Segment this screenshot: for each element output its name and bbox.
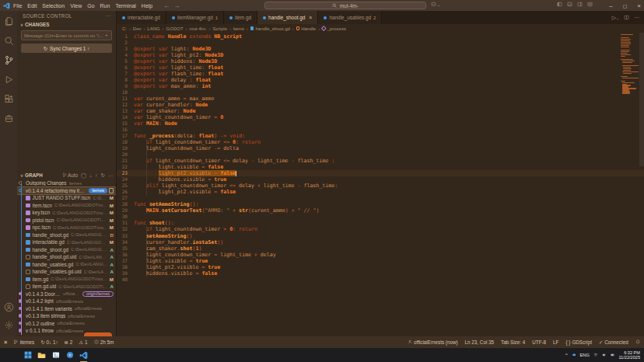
code-line-12[interactable]: 12var cursor_handler: Node [117,102,644,108]
command-search-box[interactable]: mut-4m- [264,2,426,9]
breadcrumb[interactable]: C:›Dev›LANG›GODOT›mut-4m-›Scripts›items›… [117,24,644,33]
code-line-29[interactable]: 29 MAIN.setCursorText("AMMO: " + str(cur… [117,207,644,214]
run-debug-icon[interactable] [4,75,14,85]
menu-go[interactable]: Go [87,3,94,9]
commit-row[interactable]: v0.1.4.2 lightofficialErnests [17,298,116,305]
split-editor-icon[interactable] [624,15,629,20]
status-item[interactable]: UTF-8 [532,339,546,345]
code-line-26[interactable]: 26 light_pt2.visible = false [117,189,644,195]
menu-run[interactable]: Run [100,3,110,9]
tab-item.gd[interactable]: item.gd [224,11,257,24]
breadcrumb-item[interactable]: Handle [296,26,317,31]
changed-file-row[interactable]: npc.tscnC:\Dev\LANG\GODOT\mut-4m-M [17,224,116,231]
changed-file-row[interactable]: handle_shoot.gdC:\Dev\LANG\GODOTD [17,231,116,239]
breadcrumb-item[interactable]: handle_shoot.gd [250,26,290,31]
extensions-icon[interactable] [4,94,14,104]
code-line-11[interactable]: 11var curent_ammo = max_ammo [117,96,644,102]
code-line-19[interactable]: 19 light_countdown_timer -= delta [117,145,644,151]
outgoing-changes-row[interactable]: Outgoing Changesitemes [17,179,116,187]
file-explorer-icon[interactable] [37,351,46,360]
status-item-error[interactable]: ⊗2 [65,339,73,345]
changed-file-row[interactable]: item.gd.uidC:\Dev\LANG\GODOT\mut-A [17,283,116,291]
breadcrumb-item[interactable]: Scripts [213,26,227,31]
taskbar-clock[interactable]: 6:32 PM 11/22/2025 [618,350,640,360]
breadcrumb-item[interactable]: GODOT [166,26,184,31]
minimize-button[interactable]: – [609,2,612,9]
search-sidebar-icon[interactable] [4,36,14,46]
account-icon[interactable] [4,302,14,312]
code-line-9[interactable]: 9@export var max_ammo: int [117,83,644,89]
code-line-34[interactable]: 34 cursor_handler.instaSet() [117,239,644,245]
tab-interactable.gd[interactable]: interactable.gd [117,11,166,24]
changed-file-row[interactable]: pistol.tscnC:\Dev\LANG\GODOT\mut-4M [17,217,116,225]
start-button-icon[interactable] [23,351,32,360]
code-line-30[interactable]: 30 [117,214,644,220]
settings-gear-icon[interactable] [4,320,14,330]
changes-section-header[interactable]: ∨ CHANGES [17,20,116,29]
code-line-2[interactable]: 2 [117,40,644,46]
status-item[interactable]: Tab Size: 4 [501,339,525,345]
menu-file[interactable]: File [13,3,22,9]
menu-selection[interactable]: Selection [42,3,65,9]
changed-file-row[interactable]: handle_shoot.gdC:\Dev\LANG\GODOTA [17,246,116,254]
tab-more-button[interactable]: ⋯ [634,15,639,21]
tray-expand-button[interactable]: ^ [565,353,568,357]
changed-file-row[interactable]: key.tscnC:\Dev\LANG\GODOT\mut-4m-M [17,209,116,217]
customize-layout-icon[interactable] [587,2,593,7]
close-button[interactable]: × [637,2,641,9]
scrollbar-thumb[interactable] [639,33,644,166]
code-line-6[interactable]: 6@export var light_time: float [117,64,644,71]
onedrive-icon[interactable] [572,353,576,357]
breadcrumb-item[interactable]: Dev [133,26,142,31]
tab-itemManager.gd[interactable]: itemManager.gd1 [166,11,224,24]
explorer-icon[interactable] [4,16,14,26]
sync-changes-button[interactable]: ↻ Sync Changes 1 ↑ [21,44,112,53]
volume-icon[interactable] [602,353,607,357]
fetch-button[interactable]: ◯ [81,172,86,178]
toggle-secondary-sidebar-icon[interactable] [577,2,583,7]
breadcrumb-item[interactable]: mut-4m- [189,26,206,31]
battery-icon[interactable] [611,353,615,357]
code-line-32[interactable]: 32 if light_countdown_timer > 0: return [117,226,644,232]
menu-terminal[interactable]: Terminal [115,3,135,9]
nav-forward-icon[interactable]: → [173,2,180,9]
repo-picker-button[interactable]: Auto [62,172,78,178]
menu-edit[interactable]: Edit [27,3,37,9]
wifi-icon[interactable] [593,353,598,357]
source-control-icon[interactable] [4,55,14,65]
code-line-7[interactable]: 7@export var flash_time: float [117,71,644,77]
menu-help[interactable]: Help [142,3,152,9]
commit-row[interactable]: v0.1.4.4 refactoring my item ...itemes [17,187,116,195]
pull-button[interactable]: ↓ [89,172,92,178]
commit-message-input[interactable]: Message (Ctrl+Enter to commit on "i... [21,30,112,40]
toggle-panel-icon[interactable] [567,2,572,7]
code-line-10[interactable]: 10 [117,89,644,96]
status-item-check[interactable]: ✓Connected [599,339,628,345]
toggle-sidebar-icon[interactable] [557,2,562,7]
edge-browser-icon[interactable] [65,351,74,360]
code-line-40[interactable]: 40 [117,277,644,283]
status-item-branch[interactable]: itemes [13,339,34,345]
status-item-braces[interactable]: { }GDScript [565,339,592,345]
code-line-15[interactable]: 15var MAIN: Node [117,120,644,127]
changed-file-row[interactable]: handle_usables.gd.uidC:\Dev\LANG\GA [17,268,116,276]
minimap[interactable] [621,34,638,96]
code-line-33[interactable]: 33 setAmmoString() [117,233,644,239]
tab-handle_shoot.gd[interactable]: handle_shoot.gd× [257,11,318,24]
run-file-button[interactable]: ▷⌄ [612,15,619,21]
code-line-8[interactable]: 8@export var delay : float [117,77,644,83]
status-item-clock[interactable]: 2h 5m [94,339,114,345]
status-item-sync[interactable]: ↻0↓ 1↑ [40,339,58,345]
changed-file-row[interactable]: JUST RANDO STUFF.tscnC:\Dev\LANG\GODOT\m… [17,194,116,202]
sparkle-icon[interactable] [104,33,109,38]
changed-file-row[interactable]: item.gdC:\Dev\LANG\GODOT\mut-4m-\M [17,276,116,284]
code-line-14[interactable]: 14var light_countdown_timer = 0 [117,114,644,120]
maximize-button[interactable]: ▢ [623,3,628,9]
code-editor[interactable]: 1class_name Handle extends NB_script23@e… [117,33,644,336]
code-line-39[interactable]: 39 hiddens.visible = false [117,270,644,277]
godot-tools-icon[interactable] [4,113,14,124]
status-item-warning[interactable]: ⚠1 [79,339,87,345]
tab-handle_usables.gd[interactable]: handle_usables.gd2 [318,11,382,24]
code-line-3[interactable]: 3@export var light: Node3D [117,46,644,52]
menu-view[interactable]: View [70,3,82,9]
